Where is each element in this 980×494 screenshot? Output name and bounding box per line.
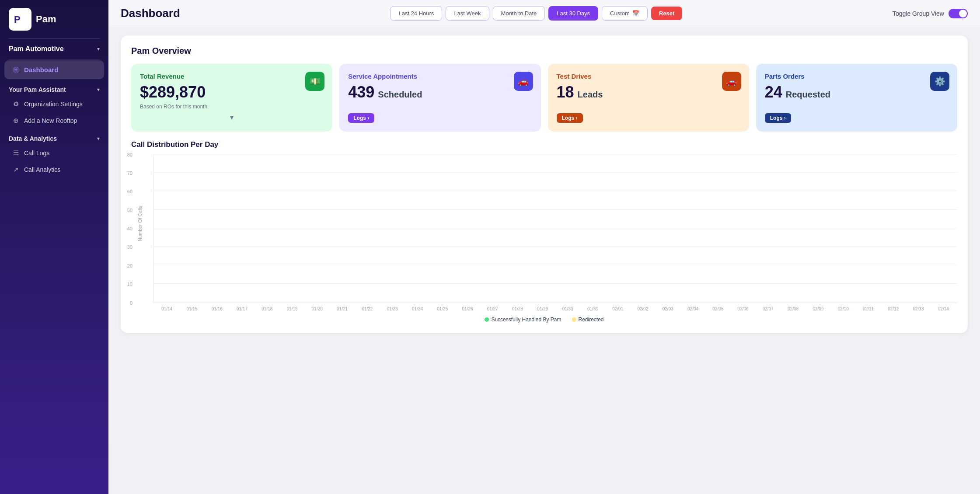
service-label: Service Appointments xyxy=(348,73,532,80)
x-label: 02/10 xyxy=(831,306,855,311)
filter-custom[interactable]: Custom 📅 xyxy=(602,6,648,21)
pam-section-label: Your Pam Assistant xyxy=(9,86,66,93)
chart-container: Call Distribution Per Day Number Of Call… xyxy=(131,140,957,323)
x-label: 01/22 xyxy=(355,306,379,311)
service-icon: 🚗 xyxy=(514,72,533,91)
x-label: 02/09 xyxy=(806,306,830,311)
testdrive-sub: Leads xyxy=(578,90,603,100)
sidebar-divider-2 xyxy=(9,59,100,59)
bars-wrapper xyxy=(153,154,957,303)
yellow-dot xyxy=(572,317,576,322)
x-label: 01/21 xyxy=(330,306,354,311)
kpi-revenue: 💵 Total Revenue $289,870 Based on ROs fo… xyxy=(131,64,332,132)
sidebar-section-pam[interactable]: Your Pam Assistant ▾ xyxy=(0,80,108,96)
filter-buttons: Last 24 Hours Last Week Month to Date La… xyxy=(390,6,682,21)
page-title: Dashboard xyxy=(121,7,180,20)
call-analytics-label: Call Analytics xyxy=(24,166,60,173)
sidebar-item-org-settings[interactable]: ⚙ Organization Settings xyxy=(0,96,108,112)
x-label: 01/25 xyxy=(430,306,454,311)
sidebar: P Pam Pam Automotive ▾ ⊞ Dashboard Your … xyxy=(0,0,108,494)
dashboard-icon: ⊞ xyxy=(13,66,19,74)
svg-text:P: P xyxy=(14,14,21,25)
filter-lastweek[interactable]: Last Week xyxy=(446,6,489,21)
x-labels: 01/1401/1501/1601/1701/1801/1901/2001/21… xyxy=(153,306,957,311)
sidebar-org[interactable]: Pam Automotive ▾ xyxy=(0,39,108,59)
testdrive-icon: 🚗 xyxy=(722,72,741,91)
revenue-desc: Based on ROs for this month. xyxy=(140,104,324,110)
kpi-testdrives: 🚗 Test Drives 18 Leads Logs › xyxy=(548,64,749,132)
filter-last30days[interactable]: Last 30 Days xyxy=(548,6,598,21)
x-label: 02/03 xyxy=(656,306,680,311)
x-label: 02/05 xyxy=(706,306,730,311)
analytics-chevron-icon: ▾ xyxy=(97,136,100,142)
kpi-service: 🚗 Service Appointments 439 Scheduled Log… xyxy=(339,64,541,132)
y-axis-label: Number Of Calls xyxy=(137,224,143,241)
add-rooftop-label: Add a New Rooftop xyxy=(24,117,77,124)
x-label: 02/11 xyxy=(856,306,880,311)
x-label: 02/12 xyxy=(881,306,905,311)
yellow-legend-label: Redirected xyxy=(579,317,604,323)
custom-label: Custom xyxy=(610,10,630,17)
pam-section-chevron-icon: ▾ xyxy=(97,87,100,93)
logo-icon: P xyxy=(9,8,31,31)
x-label: 01/29 xyxy=(530,306,555,311)
sidebar-item-call-analytics[interactable]: ↗ Call Analytics xyxy=(0,161,108,178)
revenue-icon: 💵 xyxy=(305,72,324,91)
dashboard-label: Dashboard xyxy=(24,66,58,73)
revenue-chevron-icon: ▾ xyxy=(140,113,324,122)
overview-card: Pam Overview 💵 Total Revenue $289,870 Ba… xyxy=(121,35,968,333)
x-label: 01/14 xyxy=(155,306,179,311)
org-name: Pam Automotive xyxy=(9,45,64,53)
data-analytics-label: Data & Analytics xyxy=(9,135,57,142)
toggle-knob xyxy=(959,10,967,17)
x-label: 01/26 xyxy=(455,306,479,311)
org-settings-label: Organization Settings xyxy=(24,101,83,108)
x-label: 01/16 xyxy=(205,306,229,311)
parts-logs-button[interactable]: Logs › xyxy=(765,113,791,123)
sidebar-item-add-rooftop[interactable]: ⊕ Add a New Rooftop xyxy=(0,112,108,129)
x-label: 01/30 xyxy=(556,306,580,311)
filter-monthtodate[interactable]: Month to Date xyxy=(493,6,545,21)
sidebar-logo: P Pam xyxy=(0,0,108,38)
reset-button[interactable]: Reset xyxy=(651,7,682,20)
parts-value: 24 xyxy=(765,83,782,101)
x-label: 01/19 xyxy=(280,306,304,311)
gear-icon: ⚙ xyxy=(13,100,19,108)
sidebar-item-call-logs[interactable]: ☰ Call Logs xyxy=(0,145,108,161)
x-label: 01/28 xyxy=(506,306,530,311)
add-circle-icon: ⊕ xyxy=(13,117,19,125)
x-label: 02/07 xyxy=(756,306,780,311)
toggle-group: Toggle Group View xyxy=(893,9,968,18)
dashboard-content: Pam Overview 💵 Total Revenue $289,870 Ba… xyxy=(108,27,980,494)
main-area: Dashboard Last 24 Hours Last Week Month … xyxy=(108,0,980,494)
legend-green: Successfully Handled By Pam xyxy=(485,317,561,323)
x-label: 02/01 xyxy=(606,306,630,311)
x-label: 01/20 xyxy=(305,306,329,311)
group-view-toggle[interactable] xyxy=(949,9,968,18)
revenue-value: $289,870 xyxy=(140,83,324,101)
parts-label: Parts Orders xyxy=(765,73,949,80)
testdrive-label: Test Drives xyxy=(557,73,740,80)
testdrive-logs-button[interactable]: Logs › xyxy=(557,113,583,123)
x-label: 02/06 xyxy=(731,306,755,311)
chart-title: Call Distribution Per Day xyxy=(131,140,957,149)
x-label: 01/18 xyxy=(255,306,279,311)
filter-last24h[interactable]: Last 24 Hours xyxy=(390,6,442,21)
logs-icon: ☰ xyxy=(13,149,19,157)
topbar: Dashboard Last 24 Hours Last Week Month … xyxy=(108,0,980,27)
legend-yellow: Redirected xyxy=(572,317,604,323)
org-chevron-icon: ▾ xyxy=(97,46,100,52)
calendar-icon: 📅 xyxy=(632,10,639,17)
revenue-label: Total Revenue xyxy=(140,73,324,80)
sidebar-item-dashboard[interactable]: ⊞ Dashboard xyxy=(4,60,104,79)
overview-title: Pam Overview xyxy=(131,46,957,56)
x-label: 01/27 xyxy=(481,306,505,311)
x-label: 01/17 xyxy=(230,306,254,311)
testdrive-value: 18 xyxy=(557,83,574,101)
service-logs-button[interactable]: Logs › xyxy=(348,113,374,123)
chart-area: 01020304050607080 xyxy=(153,154,957,303)
x-label: 02/14 xyxy=(931,306,956,311)
sidebar-section-analytics[interactable]: Data & Analytics ▾ xyxy=(0,129,108,145)
green-dot xyxy=(485,317,489,322)
x-label: 01/15 xyxy=(180,306,204,311)
